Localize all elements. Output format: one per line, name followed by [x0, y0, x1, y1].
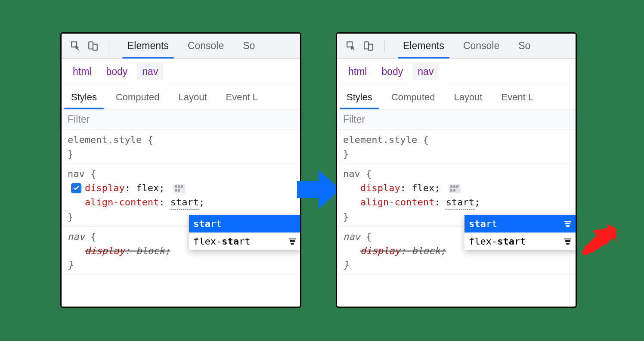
rule-display-flex[interactable]: display: flex; — [343, 181, 571, 195]
autocomplete-item-start[interactable]: start — [189, 215, 301, 232]
svg-rect-21 — [565, 240, 570, 242]
align-start-icon — [287, 237, 297, 246]
svg-rect-16 — [453, 189, 455, 192]
crumb-html[interactable]: html — [343, 63, 372, 80]
close-brace: } — [343, 211, 349, 222]
svg-rect-3 — [178, 185, 180, 188]
svg-rect-2 — [175, 185, 177, 188]
svg-rect-17 — [564, 221, 571, 222]
rule-checkbox-icon[interactable] — [71, 183, 81, 193]
selector-ua-nav: nav { — [68, 231, 96, 242]
autocomplete-dropdown: start flex-start — [189, 215, 301, 250]
selector-nav: nav { — [343, 168, 372, 179]
crumb-nav[interactable]: nav — [412, 63, 439, 80]
svg-rect-14 — [456, 185, 458, 188]
tab-elements[interactable]: Elements — [393, 34, 454, 58]
close-brace: } — [343, 260, 349, 270]
crumb-html[interactable]: html — [68, 63, 96, 80]
align-start-icon — [563, 237, 573, 246]
rule-display-flex[interactable]: display: flex; — [68, 181, 296, 195]
autocomplete-dropdown: start flex-start — [464, 215, 577, 250]
subtabs: Styles Computed Layout Event L — [62, 85, 300, 109]
flex-badge-icon[interactable] — [173, 184, 185, 193]
tab-console[interactable]: Console — [454, 34, 509, 58]
devtools-panel-before: Elements Console So html body nav Styles… — [60, 32, 301, 308]
crumb-body[interactable]: body — [101, 63, 133, 80]
svg-rect-1 — [93, 44, 97, 50]
close-brace: } — [68, 149, 73, 159]
device-toggle-icon[interactable] — [363, 40, 374, 52]
subtab-styles[interactable]: Styles — [337, 85, 382, 109]
element-style-block[interactable]: element.style { } — [337, 130, 576, 164]
svg-rect-4 — [181, 185, 183, 188]
svg-rect-19 — [566, 225, 570, 227]
svg-rect-20 — [564, 239, 571, 239]
selector-ua-nav: nav { — [343, 231, 372, 242]
svg-rect-9 — [291, 243, 294, 245]
subtab-event-listeners-cropped[interactable]: Event L — [492, 85, 543, 109]
svg-rect-8 — [290, 240, 295, 242]
selector-element-style: element.style { — [68, 134, 153, 145]
devtools-panel-after: Elements Console So html body nav Styles… — [336, 32, 577, 308]
toolbar-divider — [109, 40, 109, 52]
svg-rect-0 — [89, 42, 93, 49]
svg-rect-11 — [368, 44, 373, 50]
autocomplete-item-start[interactable]: start — [464, 215, 577, 232]
crumb-body[interactable]: body — [376, 63, 408, 80]
nav-rule-block[interactable]: nav { display: flex; align-content: star… — [337, 164, 576, 227]
subtab-computed[interactable]: Computed — [382, 85, 445, 109]
svg-rect-13 — [453, 185, 455, 188]
svg-rect-5 — [175, 189, 177, 192]
svg-rect-10 — [364, 42, 368, 49]
toolbar: Elements Console So — [62, 34, 300, 59]
toolbar-icons — [62, 34, 118, 58]
selector-element-style: element.style { — [343, 134, 429, 145]
tab-sources-cropped[interactable]: So — [509, 34, 540, 58]
subtab-event-listeners-cropped[interactable]: Event L — [217, 85, 268, 109]
autocomplete-item-flex-start[interactable]: flex-start — [189, 232, 301, 250]
device-toggle-icon[interactable] — [87, 40, 99, 52]
rule-align-content[interactable]: align-content: start; — [343, 195, 571, 210]
svg-rect-6 — [178, 189, 180, 192]
align-start-icon — [563, 220, 573, 228]
svg-rect-7 — [289, 239, 296, 239]
tab-sources-cropped[interactable]: So — [233, 34, 264, 58]
rule-align-content[interactable]: align-content: start; — [68, 195, 296, 210]
filter-input[interactable]: Filter — [62, 109, 300, 130]
subtab-styles[interactable]: Styles — [62, 85, 106, 109]
subtab-computed[interactable]: Computed — [106, 85, 169, 109]
subtab-layout[interactable]: Layout — [169, 85, 216, 109]
breadcrumb: html body nav — [337, 59, 576, 85]
close-brace: } — [68, 260, 73, 270]
toolbar: Elements Console So — [337, 34, 576, 59]
crumb-nav[interactable]: nav — [137, 63, 163, 80]
autocomplete-item-flex-start[interactable]: flex-start — [464, 232, 577, 250]
close-brace: } — [68, 211, 73, 222]
svg-rect-18 — [565, 223, 570, 224]
subtab-layout[interactable]: Layout — [444, 85, 492, 109]
breadcrumb: html body nav — [62, 59, 300, 85]
nav-rule-block[interactable]: nav { display: flex; align-content: star… — [62, 164, 300, 227]
toolbar-icons — [337, 34, 393, 58]
selector-nav: nav { — [68, 168, 96, 179]
svg-rect-15 — [450, 189, 452, 192]
filter-input[interactable]: Filter — [337, 109, 576, 130]
inspect-icon[interactable] — [346, 40, 357, 52]
top-tabs: Elements Console So — [393, 34, 540, 58]
subtabs: Styles Computed Layout Event L — [337, 85, 576, 109]
close-brace: } — [343, 149, 349, 159]
top-tabs: Elements Console So — [118, 34, 264, 58]
toolbar-divider — [384, 40, 385, 52]
inspect-icon[interactable] — [70, 40, 81, 52]
svg-rect-12 — [450, 185, 452, 188]
element-style-block[interactable]: element.style { } — [62, 130, 300, 164]
flex-badge-icon[interactable] — [449, 184, 461, 193]
red-pointer-arrow-icon — [580, 219, 619, 259]
tab-console[interactable]: Console — [178, 34, 233, 58]
tab-elements[interactable]: Elements — [118, 34, 178, 58]
svg-rect-22 — [566, 243, 570, 245]
